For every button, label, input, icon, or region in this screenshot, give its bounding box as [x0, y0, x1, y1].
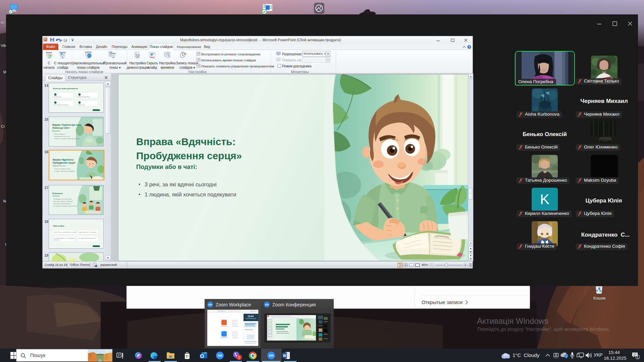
svg-text:1: 1: [238, 355, 240, 359]
svg-text:перед виступами/зна...: перед виступами/зна...: [78, 96, 91, 98]
svg-text:W: W: [283, 354, 286, 358]
svg-text:Любов до себе»: Любов до себе»: [52, 127, 70, 129]
svg-text:• щоденні приємності: • щоденні приємності: [54, 133, 66, 135]
svg-text:1: 1: [637, 356, 638, 359]
svg-text:турбота про себе — це навичка: турбота про себе — це навичка: [79, 232, 97, 233]
svg-text:не встигли зберегти те, що під: не встигли зберегти те, що підходить: [54, 238, 75, 239]
svg-text:Памʼятайте: Памʼятайте: [53, 225, 64, 227]
svg-text:Запитання:: Запитання:: [52, 195, 60, 197]
svg-text:Рефлексія: Рефлексія: [52, 192, 63, 194]
svg-text:• 1 людина, якій хочеться подя: • 1 людина, якій хочеться подякувати: [54, 171, 75, 172]
svg-text:• Що відчуваєте після цих впра: • Що відчуваєте після цих вправ?: [53, 198, 72, 200]
svg-text:• 3 речі, за які вдячні сьогод: • 3 речі, за які вдячні сьогодні: [54, 168, 70, 170]
svg-text:перед сном: перед сном: [78, 104, 85, 106]
svg-text:• підтримка рівня сил та часу: • підтримка рівня сил та часу: [54, 136, 70, 137]
svg-text:• Яка вправа «зайшла» найбільш: • Яка вправа «зайшла» найбільше?: [53, 201, 73, 202]
svg-text:• закріплення стосунків і хвил: • закріплення стосунків і хвилин (до 5 х…: [54, 138, 79, 139]
svg-text:частих стресу: частих стресу: [54, 96, 61, 98]
svg-text:Вправа «Вдячність:: Вправа «Вдячність:: [53, 159, 74, 161]
svg-text:Коли це може допомогти: Коли це може допомогти: [53, 87, 78, 89]
svg-text:не потрібно робити «ідеально»: не потрібно робити «ідеально»: [79, 238, 96, 239]
svg-text:саме вам: саме вам: [54, 239, 59, 241]
svg-text:• Що было складно виконувати?: • Що было складно виконувати?: [53, 203, 71, 204]
svg-text:коли складно заспокоїтись: коли складно заспокоїтись: [54, 104, 69, 106]
svg-text:?: ?: [468, 45, 470, 49]
svg-text:• Як справжність підтримує стр: • Як справжність підтримує стресостійкіс…: [53, 205, 77, 207]
svg-text:Подумки або в чаті:: Подумки або в чаті:: [53, 165, 66, 167]
svg-text:Вправа «Турбота про себе:: Вправа «Турбота про себе:: [52, 124, 82, 126]
svg-text:навіть «15 хв з собою» мають з: навіть «15 хв з собою» мають значення: [54, 232, 76, 233]
svg-text:Пробудження серця»: Пробудження серця»: [53, 162, 76, 164]
svg-text:Що робимо:: Що робимо:: [52, 130, 60, 132]
